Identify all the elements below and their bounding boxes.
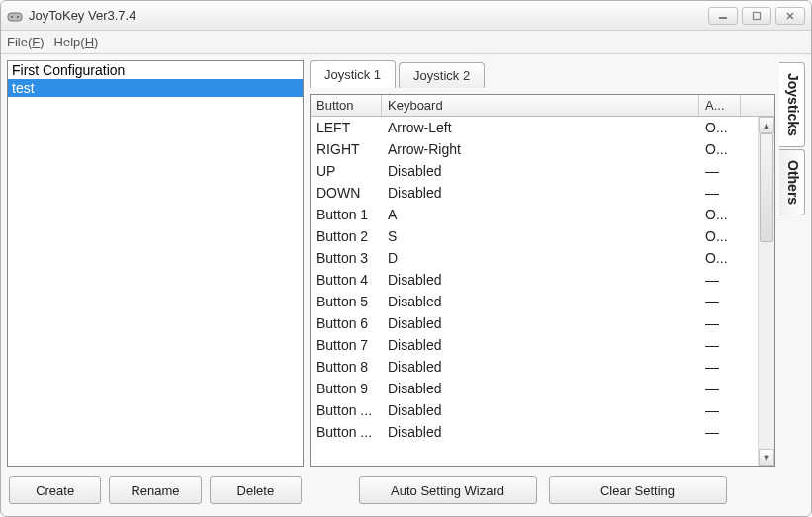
right-main: Joystick 1 Joystick 2 Button Keyboard A.…	[310, 60, 775, 510]
cell-button: LEFT	[311, 120, 382, 135]
col-button[interactable]: Button	[311, 95, 382, 116]
mapping-table: Button Keyboard A... LEFTArrow-LeftO...R…	[310, 94, 775, 467]
cell-button: Button ...	[311, 424, 382, 440]
window-title: JoyToKey Ver3.7.4	[29, 8, 708, 23]
cell-keyboard: Disabled	[382, 359, 699, 375]
table-row[interactable]: Button 8Disabled―	[311, 356, 774, 378]
table-header: Button Keyboard A...	[311, 95, 774, 117]
clear-setting-button[interactable]: Clear Setting	[549, 476, 727, 504]
create-button[interactable]: Create	[9, 476, 101, 504]
cell-keyboard: Disabled	[382, 315, 699, 331]
cell-a: O...	[699, 120, 741, 135]
side-tabs: Joysticks Others	[779, 60, 805, 510]
joystick-tabs: Joystick 1 Joystick 2	[310, 60, 775, 88]
table-row[interactable]: Button ...Disabled―	[311, 421, 774, 443]
cell-keyboard: A	[382, 207, 699, 222]
table-row[interactable]: Button 9Disabled―	[311, 378, 774, 399]
cell-a: ―	[699, 163, 741, 179]
tab-joystick-1[interactable]: Joystick 1	[310, 60, 396, 88]
cell-keyboard: Disabled	[382, 337, 699, 353]
delete-button[interactable]: Delete	[210, 476, 302, 504]
table-row[interactable]: LEFTArrow-LeftO...	[311, 117, 774, 138]
cell-button: Button 1	[311, 207, 382, 222]
cell-keyboard: Disabled	[382, 402, 699, 418]
config-item[interactable]: First Configuration	[8, 61, 303, 79]
table-row[interactable]: DOWNDisabled―	[311, 182, 774, 204]
side-tab-others[interactable]: Others	[779, 149, 805, 215]
cell-a: ―	[699, 359, 741, 375]
cell-button: Button 4	[311, 272, 382, 288]
cell-a: ―	[699, 402, 741, 418]
side-tab-joysticks[interactable]: Joysticks	[779, 62, 805, 147]
table-body: LEFTArrow-LeftO...RIGHTArrow-RightO...UP…	[311, 117, 774, 466]
table-row[interactable]: Button 6Disabled―	[311, 312, 774, 334]
cell-button: Button 7	[311, 337, 382, 353]
cell-keyboard: D	[382, 250, 699, 266]
cell-button: Button 9	[311, 381, 382, 396]
table-row[interactable]: Button ...Disabled―	[311, 399, 774, 421]
cell-button: UP	[311, 163, 382, 179]
scroll-down-icon[interactable]: ▼	[759, 449, 774, 466]
cell-button: Button 3	[311, 250, 382, 266]
cell-a: ―	[699, 381, 741, 396]
maximize-button[interactable]	[742, 7, 771, 25]
svg-point-2	[17, 16, 19, 18]
cell-a: O...	[699, 141, 741, 157]
cell-a: ―	[699, 294, 741, 309]
menubar: File(F) Help(H)	[1, 31, 811, 54]
cell-a: ―	[699, 315, 741, 331]
scroll-up-icon[interactable]: ▲	[759, 117, 774, 133]
app-icon	[7, 8, 23, 24]
scroll-thumb[interactable]	[760, 133, 773, 242]
cell-a: O...	[699, 207, 741, 222]
right-panel: Joystick 1 Joystick 2 Button Keyboard A.…	[310, 60, 805, 510]
scrollbar[interactable]: ▲ ▼	[758, 117, 774, 466]
scroll-track[interactable]	[759, 133, 774, 449]
table-row[interactable]: Button 7Disabled―	[311, 334, 774, 356]
client-area: First Configurationtest Create Rename De…	[1, 54, 811, 516]
cell-a: ―	[699, 272, 741, 288]
table-row[interactable]: Button 1AO...	[311, 204, 774, 225]
table-row[interactable]: UPDisabled―	[311, 160, 774, 182]
cell-button: Button 2	[311, 228, 382, 244]
left-panel: First Configurationtest Create Rename De…	[7, 60, 304, 510]
table-row[interactable]: RIGHTArrow-RightO...	[311, 138, 774, 160]
table-row[interactable]: Button 5Disabled―	[311, 291, 774, 312]
right-buttons: Auto Setting Wizard Clear Setting	[310, 473, 775, 510]
cell-a: O...	[699, 250, 741, 266]
col-keyboard[interactable]: Keyboard	[382, 95, 699, 116]
left-buttons: Create Rename Delete	[7, 473, 304, 510]
cell-keyboard: Disabled	[382, 381, 699, 396]
tab-joystick-2[interactable]: Joystick 2	[399, 62, 485, 88]
cell-a: ―	[699, 185, 741, 201]
col-a[interactable]: A...	[699, 95, 741, 116]
cell-keyboard: Disabled	[382, 163, 699, 179]
config-list[interactable]: First Configurationtest	[7, 60, 304, 467]
cell-button: Button 5	[311, 294, 382, 309]
cell-keyboard: Disabled	[382, 424, 699, 440]
cell-a: ―	[699, 337, 741, 353]
cell-button: RIGHT	[311, 141, 382, 157]
menu-help[interactable]: Help(H)	[54, 35, 99, 49]
table-row[interactable]: Button 3DO...	[311, 247, 774, 269]
minimize-button[interactable]	[708, 7, 738, 25]
cell-keyboard: Arrow-Left	[382, 120, 699, 135]
cell-button: DOWN	[311, 185, 382, 201]
cell-a: O...	[699, 228, 741, 244]
config-item[interactable]: test	[8, 79, 303, 97]
app-window: JoyToKey Ver3.7.4 File(F) Help(H) First …	[0, 0, 812, 517]
cell-a: ―	[699, 424, 741, 440]
cell-keyboard: Disabled	[382, 185, 699, 201]
cell-keyboard: Disabled	[382, 272, 699, 288]
auto-setting-wizard-button[interactable]: Auto Setting Wizard	[359, 476, 537, 504]
table-row[interactable]: Button 4Disabled―	[311, 269, 774, 291]
close-button[interactable]	[775, 7, 805, 25]
cell-keyboard: Arrow-Right	[382, 141, 699, 157]
window-controls	[708, 7, 805, 25]
menu-file[interactable]: File(F)	[7, 35, 45, 49]
table-row[interactable]: Button 2SO...	[311, 225, 774, 247]
cell-button: Button 6	[311, 315, 382, 331]
col-pad[interactable]	[741, 95, 774, 116]
rename-button[interactable]: Rename	[109, 476, 201, 504]
cell-keyboard: Disabled	[382, 294, 699, 309]
